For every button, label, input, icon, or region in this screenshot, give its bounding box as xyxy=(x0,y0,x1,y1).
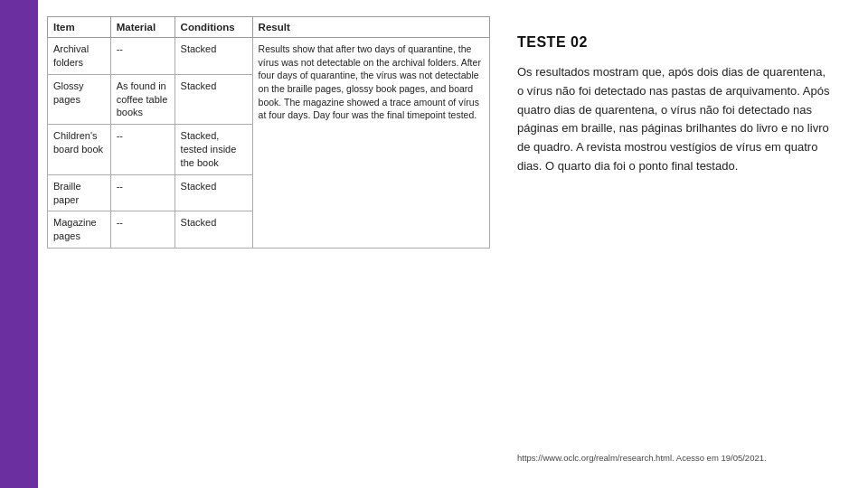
cell-material-1: As found in coffee table books xyxy=(110,74,175,125)
cell-item-0: Archival folders xyxy=(48,38,111,75)
cell-item-1: Glossy pages xyxy=(48,74,111,125)
cell-item-3: Braille paper xyxy=(48,174,111,211)
content-area: Item Material Conditions Result Archival… xyxy=(38,0,868,488)
data-table: Item Material Conditions Result Archival… xyxy=(47,16,490,249)
col-header-material: Material xyxy=(110,17,175,38)
source-link: https://www.oclc.org/realm/research.html… xyxy=(517,435,832,463)
cell-material-0: -- xyxy=(110,38,175,75)
table-section: Item Material Conditions Result Archival… xyxy=(47,16,490,472)
cell-material-3: -- xyxy=(110,174,175,211)
cell-item-4: Magazine pages xyxy=(48,211,111,249)
cell-material-2: -- xyxy=(110,125,175,175)
cell-conditions-4: Stacked xyxy=(175,211,252,249)
cell-item-2: Children's board book xyxy=(48,125,111,175)
cell-result-0: Results show that after two days of quar… xyxy=(252,38,489,249)
right-section: TESTE 02 Os resultados mostram que, após… xyxy=(490,16,850,472)
cell-conditions-2: Stacked, tested inside the book xyxy=(175,125,252,175)
test-body: Os resultados mostram que, após dois dia… xyxy=(517,63,832,435)
cell-conditions-0: Stacked xyxy=(175,38,252,75)
col-header-item: Item xyxy=(48,17,111,38)
test-title: TESTE 02 xyxy=(517,34,832,51)
table-row: Archival folders -- Stacked Results show… xyxy=(48,38,490,75)
col-header-result: Result xyxy=(252,17,489,38)
cell-conditions-1: Stacked xyxy=(175,74,252,125)
col-header-conditions: Conditions xyxy=(175,17,252,38)
cell-conditions-3: Stacked xyxy=(175,174,252,211)
cell-material-4: -- xyxy=(110,211,175,249)
sidebar-bar xyxy=(0,0,38,488)
